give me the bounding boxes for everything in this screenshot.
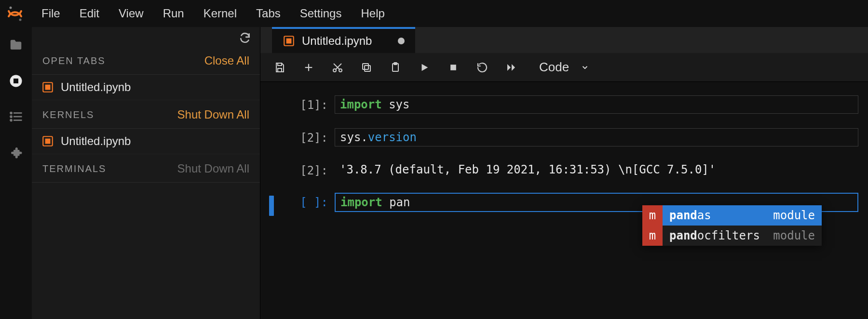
- cell-gutter: [260, 95, 283, 98]
- svg-rect-24: [365, 66, 370, 71]
- running-item-label: Untitled.ipynb: [61, 134, 131, 148]
- code-editor[interactable]: import sys: [335, 95, 858, 114]
- output-row: [2]:'3.8.7 (default, Feb 19 2021, 16:31:…: [260, 159, 868, 180]
- section-header-kernels: KERNELSShut Down All: [32, 100, 260, 129]
- completion-label: pandocfilters: [663, 229, 773, 242]
- add-cell-icon[interactable]: [302, 61, 315, 74]
- svg-point-6: [11, 116, 12, 118]
- jupyter-logo: [7, 5, 23, 22]
- cell-prompt: [2]:: [283, 128, 335, 145]
- section-action[interactable]: Close All: [204, 54, 249, 67]
- notebook-icon: [41, 135, 54, 147]
- svg-rect-17: [278, 68, 282, 72]
- cell-type-label: Code: [539, 60, 569, 75]
- toc-icon[interactable]: [8, 109, 24, 124]
- section-title: KERNELS: [42, 109, 94, 120]
- section-header-terminals: TERMINALSShut Down All: [32, 154, 260, 183]
- activity-bar: [0, 27, 32, 319]
- svg-rect-3: [14, 79, 18, 83]
- notebook-icon: [41, 81, 54, 93]
- code-cell: [1]:import sys: [260, 93, 868, 116]
- completion-item[interactable]: mpandocfiltersmodule: [642, 226, 822, 246]
- menu-run[interactable]: Run: [163, 7, 184, 20]
- menubar: FileEditViewRunKernelTabsSettingsHelp: [0, 0, 868, 27]
- folder-icon[interactable]: [8, 38, 24, 53]
- menu-edit[interactable]: Edit: [80, 7, 99, 20]
- code-editor[interactable]: sys.version: [335, 128, 858, 146]
- extensions-icon[interactable]: [8, 145, 24, 160]
- svg-point-8: [11, 120, 12, 121]
- completion-kind-badge: m: [642, 226, 663, 246]
- code-cell: [2]:sys.version: [260, 126, 868, 148]
- running-panel: OPEN TABSClose AllUntitled.ipynbKERNELSS…: [32, 27, 260, 319]
- tab-untitled[interactable]: Untitled.ipynb: [272, 27, 415, 53]
- notebook-toolbar: Code: [260, 53, 868, 82]
- cut-icon[interactable]: [331, 61, 344, 74]
- refresh-icon[interactable]: [239, 32, 251, 44]
- section-title: OPEN TABS: [42, 55, 106, 66]
- cell-gutter: [260, 161, 283, 164]
- completion-kind: module: [773, 209, 822, 222]
- svg-rect-15: [286, 39, 292, 44]
- completion-kind: module: [773, 229, 822, 242]
- stop-icon[interactable]: [447, 61, 460, 74]
- dirty-indicator-icon: [398, 38, 405, 44]
- save-icon[interactable]: [273, 61, 286, 74]
- section-action[interactable]: Shut Down All: [177, 108, 249, 121]
- svg-rect-13: [45, 139, 51, 144]
- section-title: TERMINALS: [42, 163, 106, 174]
- paste-icon[interactable]: [389, 61, 402, 74]
- completion-item[interactable]: mpandasmodule: [642, 205, 822, 226]
- cell-prompt: [ ]:: [283, 193, 335, 209]
- menu-help[interactable]: Help: [361, 7, 384, 20]
- restart-icon[interactable]: [475, 61, 489, 74]
- notebook-icon: [283, 35, 295, 47]
- tab-label: Untitled.ipynb: [302, 34, 372, 48]
- section-action: Shut Down All: [177, 162, 249, 175]
- running-item-label: Untitled.ipynb: [61, 80, 131, 94]
- cell-prompt: [1]:: [283, 95, 335, 112]
- svg-point-4: [11, 112, 12, 114]
- work-area: Untitled.ipynb Code [1]:import sys[2]:sy…: [260, 27, 868, 319]
- chevron-down-icon: [581, 63, 589, 72]
- cell-gutter: [260, 193, 283, 216]
- restart-run-all-icon[interactable]: [504, 61, 518, 74]
- active-cell-indicator: [269, 196, 274, 216]
- running-sessions-icon[interactable]: [8, 73, 24, 89]
- notebook-body[interactable]: [1]:import sys[2]:sys.version[2]:'3.8.7 …: [260, 82, 868, 319]
- menu-tabs[interactable]: Tabs: [256, 7, 281, 20]
- menu-file[interactable]: File: [41, 7, 60, 20]
- cell-prompt: [2]:: [283, 161, 335, 177]
- copy-icon[interactable]: [360, 61, 373, 74]
- svg-point-1: [19, 19, 22, 21]
- completion-popup[interactable]: mpandasmodulempandocfiltersmodule: [642, 205, 822, 246]
- svg-rect-11: [45, 85, 51, 90]
- menu-settings[interactable]: Settings: [300, 7, 342, 20]
- svg-rect-16: [278, 63, 282, 66]
- svg-rect-28: [450, 65, 456, 70]
- tab-bar: Untitled.ipynb: [260, 27, 868, 53]
- completion-kind-badge: m: [642, 205, 663, 226]
- svg-point-0: [10, 7, 12, 9]
- menu-view[interactable]: View: [119, 7, 144, 20]
- running-item[interactable]: Untitled.ipynb: [32, 129, 260, 154]
- completion-label: pandas: [663, 209, 773, 222]
- section-header-open-tabs: OPEN TABSClose All: [32, 46, 260, 75]
- svg-rect-25: [363, 64, 368, 69]
- cell-output: '3.8.7 (default, Feb 19 2021, 16:31:53) …: [335, 161, 858, 178]
- cell-type-select[interactable]: Code: [539, 60, 589, 75]
- cell-gutter: [260, 128, 283, 131]
- menu-kernel[interactable]: Kernel: [203, 7, 237, 20]
- running-item[interactable]: Untitled.ipynb: [32, 75, 260, 100]
- run-icon[interactable]: [418, 61, 431, 74]
